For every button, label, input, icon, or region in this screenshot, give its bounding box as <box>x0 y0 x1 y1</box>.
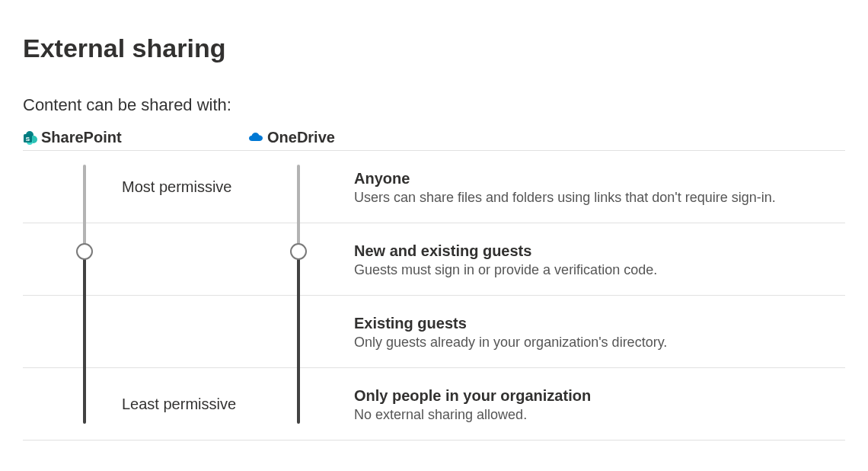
external-sharing-panel: External sharing Content can be shared w… <box>0 0 868 463</box>
column-headers: S SharePoint OneDrive <box>23 129 845 151</box>
legend-least-permissive: Least permissive <box>122 396 247 413</box>
option-title: Only people in your organization <box>354 386 838 405</box>
column-sharepoint: S SharePoint <box>23 129 247 146</box>
onedrive-slider-handle[interactable] <box>290 243 307 260</box>
sharepoint-slider-handle[interactable] <box>76 243 93 260</box>
legend-most-permissive: Most permissive <box>122 178 247 196</box>
option-title: Anyone <box>354 168 838 188</box>
option-subtitle: Users can share files and folders using … <box>354 190 838 206</box>
sharing-levels: Most permissive Anyone Users can share f… <box>23 151 845 441</box>
option-title: Existing guests <box>354 313 838 333</box>
level-row: New and existing guests Guests must sign… <box>23 223 845 296</box>
option-subtitle: No external sharing allowed. <box>354 407 838 423</box>
onedrive-cloud-icon <box>247 132 264 144</box>
column-onedrive-label: OneDrive <box>267 129 335 146</box>
option-title: New and existing guests <box>354 241 838 261</box>
column-onedrive: OneDrive <box>247 129 845 146</box>
option-subtitle: Only guests already in your organization… <box>354 335 838 351</box>
level-row: Most permissive Anyone Users can share f… <box>23 151 845 223</box>
level-row: Existing guests Only guests already in y… <box>23 296 845 368</box>
svg-text:S: S <box>26 135 30 142</box>
page-title: External sharing <box>23 34 845 63</box>
sharepoint-icon: S <box>23 130 38 146</box>
column-sharepoint-label: SharePoint <box>41 129 122 146</box>
page-subtitle: Content can be shared with: <box>23 95 845 115</box>
option-subtitle: Guests must sign in or provide a verific… <box>354 262 838 278</box>
level-row: Least permissive Only people in your org… <box>23 368 845 441</box>
